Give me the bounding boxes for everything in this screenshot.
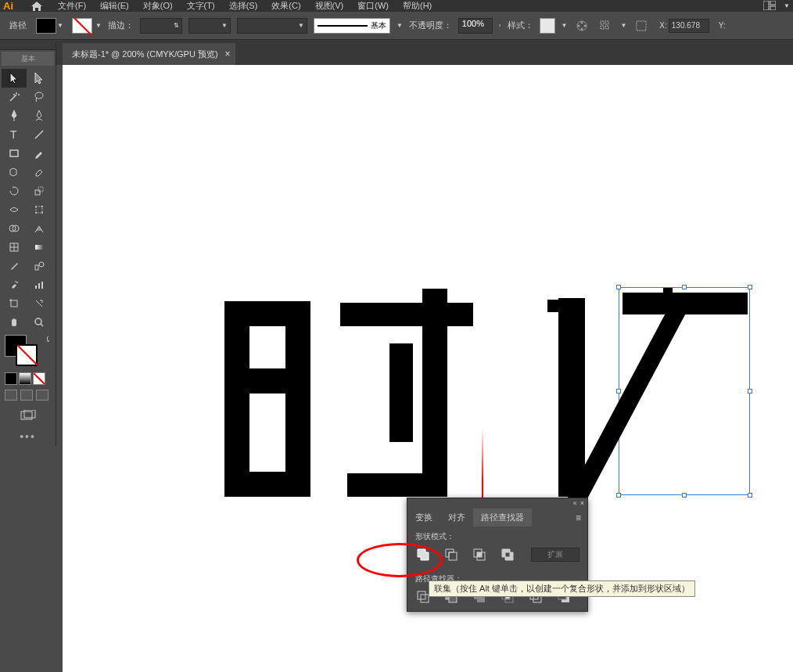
slice-tool[interactable]	[27, 294, 52, 313]
arrange-documents-icon[interactable]	[763, 1, 779, 12]
transform-icon[interactable]	[633, 17, 650, 34]
resize-handle-br[interactable]	[748, 493, 752, 498]
column-graph-tool[interactable]	[27, 275, 52, 294]
curvature-tool[interactable]	[27, 106, 52, 125]
shaper-tool[interactable]	[2, 163, 27, 181]
rotate-tool[interactable]	[2, 181, 27, 200]
intersect-button[interactable]	[472, 547, 489, 562]
chevron-down-icon[interactable]: ▼	[95, 22, 102, 29]
x-position-input[interactable]: 130.678	[669, 19, 709, 33]
toolbox-tab[interactable]: 基本	[2, 52, 54, 66]
draw-normal-icon[interactable]	[5, 390, 17, 401]
align-icon[interactable]	[597, 17, 614, 34]
color-mode-gradient[interactable]	[19, 372, 31, 385]
screen-mode-button[interactable]	[5, 408, 51, 422]
chevron-down-icon[interactable]: ▼	[57, 22, 63, 29]
width-tool[interactable]	[2, 200, 27, 219]
stroke-weight-input[interactable]: ⇅	[140, 18, 182, 34]
free-transform-tool[interactable]	[27, 200, 52, 219]
chevron-down-icon[interactable]: ▼	[396, 22, 403, 29]
panel-drag-handle[interactable]	[0, 42, 56, 50]
exclude-button[interactable]	[500, 547, 517, 562]
panel-titlebar[interactable]: « ×	[407, 498, 587, 508]
selection-tool[interactable]	[2, 69, 27, 88]
perspective-grid-tool[interactable]	[27, 219, 52, 238]
variable-width-profile[interactable]: ▼	[188, 18, 231, 34]
fill-swatch[interactable]: ▼	[36, 18, 56, 34]
brush-definition[interactable]: ▼	[237, 18, 307, 34]
rectangle-tool[interactable]	[2, 144, 27, 163]
direct-selection-tool[interactable]	[27, 69, 52, 88]
opacity-input[interactable]: 100%	[458, 18, 493, 34]
svg-point-13	[35, 92, 43, 99]
edit-toolbar-button[interactable]: •••	[0, 427, 56, 446]
menu-object[interactable]: 对象(O)	[137, 0, 179, 12]
tab-transform[interactable]: 变换	[407, 508, 440, 526]
resize-handle-tm[interactable]	[682, 285, 687, 289]
shape-character-3[interactable]	[558, 298, 585, 497]
menu-effect[interactable]: 效果(C)	[265, 0, 307, 12]
color-mode-none[interactable]	[33, 372, 45, 385]
menu-edit[interactable]: 编辑(E)	[94, 0, 135, 12]
minus-front-button[interactable]	[443, 547, 461, 562]
blend-tool[interactable]	[27, 257, 52, 275]
chevron-down-icon[interactable]: ▼	[784, 2, 790, 9]
zoom-tool[interactable]	[27, 313, 52, 332]
stroke-swatch[interactable]	[72, 18, 92, 34]
collapse-icon[interactable]: «	[573, 499, 577, 507]
panel-menu-icon[interactable]: ≡	[569, 509, 587, 526]
menu-view[interactable]: 视图(V)	[309, 0, 350, 12]
y-label: Y:	[719, 21, 726, 30]
pen-tool[interactable]	[2, 106, 27, 125]
resize-handle-bl[interactable]	[616, 493, 621, 498]
svg-point-20	[35, 206, 37, 207]
svg-point-40	[35, 318, 41, 325]
scale-tool[interactable]	[27, 181, 52, 200]
document-tab[interactable]: 未标题-1* @ 200% (CMYK/GPU 预览) ×	[63, 43, 235, 65]
resize-handle-ml[interactable]	[616, 389, 621, 393]
lasso-tool[interactable]	[27, 88, 52, 106]
eraser-tool[interactable]	[27, 163, 52, 181]
close-tab-icon[interactable]: ×	[225, 49, 231, 59]
close-panel-icon[interactable]: ×	[580, 499, 584, 507]
selected-shape-bounding-box[interactable]	[619, 287, 750, 495]
artboard-tool[interactable]	[2, 294, 27, 313]
shape-builder-tool[interactable]	[2, 219, 27, 238]
magic-wand-tool[interactable]	[2, 88, 27, 106]
resize-handle-mr[interactable]	[748, 389, 752, 393]
draw-behind-icon[interactable]	[20, 390, 33, 401]
tab-pathfinder[interactable]: 路径查找器	[473, 508, 532, 526]
stroke-color-swatch[interactable]	[16, 344, 38, 366]
draw-inside-icon[interactable]	[36, 390, 48, 401]
menu-file[interactable]: 文件(F)	[52, 0, 92, 12]
menu-window[interactable]: 窗口(W)	[351, 0, 395, 12]
menu-select[interactable]: 选择(S)	[223, 0, 264, 12]
swap-fill-stroke-icon[interactable]: ⤹	[45, 335, 51, 343]
shape-character-1[interactable]	[224, 301, 310, 497]
expand-button[interactable]: 扩展	[531, 548, 580, 562]
chevron-right-icon[interactable]: ›	[499, 22, 501, 29]
menu-help[interactable]: 帮助(H)	[396, 0, 438, 12]
symbol-sprayer-tool[interactable]	[2, 275, 27, 294]
resize-handle-tl[interactable]	[616, 285, 621, 289]
menu-type[interactable]: 文字(T)	[181, 0, 221, 12]
recolor-icon[interactable]	[573, 17, 590, 34]
chevron-down-icon[interactable]: ▼	[620, 22, 626, 29]
hand-tool[interactable]	[2, 313, 27, 332]
svg-rect-34	[35, 286, 37, 289]
graphic-style-swatch[interactable]	[540, 18, 555, 34]
stroke-style-dropdown[interactable]: 基本	[314, 18, 390, 34]
paintbrush-tool[interactable]	[27, 144, 52, 163]
chevron-down-icon[interactable]: ▼	[562, 22, 568, 29]
fill-stroke-swatches[interactable]: ⤹	[0, 333, 56, 371]
gradient-tool[interactable]	[27, 238, 52, 257]
line-tool[interactable]	[27, 125, 52, 144]
type-tool[interactable]: T	[2, 125, 27, 144]
color-mode-solid[interactable]	[5, 372, 17, 385]
resize-handle-tr[interactable]	[748, 285, 752, 289]
resize-handle-bm[interactable]	[682, 493, 687, 498]
mesh-tool[interactable]	[2, 238, 27, 257]
home-icon[interactable]	[30, 1, 44, 12]
eyedropper-tool[interactable]	[2, 257, 27, 275]
tab-align[interactable]: 对齐	[440, 508, 473, 526]
